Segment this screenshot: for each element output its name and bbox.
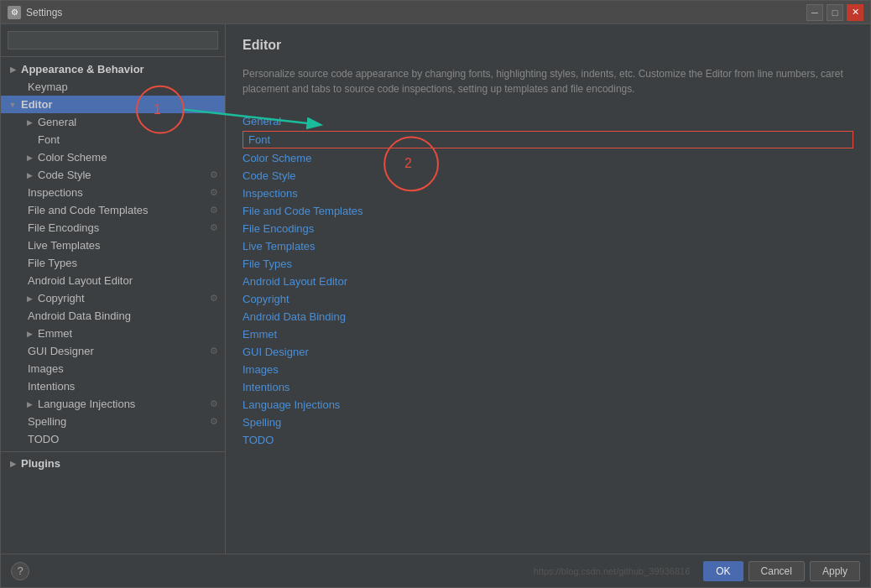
sidebar-item-label: Spelling [28, 415, 66, 428]
sidebar-item-language-injections[interactable]: Language Injections ⚙ [1, 395, 225, 413]
link-copyright[interactable]: Copyright [243, 291, 853, 307]
sidebar-item-keymap[interactable]: Keymap [1, 78, 225, 96]
arrow-icon [24, 153, 34, 163]
right-panel: Editor Personalize source code appearanc… [226, 24, 870, 554]
sidebar-item-intentions[interactable]: Intentions [1, 377, 225, 395]
bottom-bar: ? https://blog.csdn.net/github_39936816 … [1, 554, 870, 587]
sidebar-item-general[interactable]: General [1, 113, 225, 131]
left-panel: Appearance & Behavior Keymap Editor Gene… [1, 24, 226, 554]
sidebar-item-file-types[interactable]: File Types [1, 254, 225, 272]
link-android-layout-editor[interactable]: Android Layout Editor [243, 273, 853, 289]
bottom-right: https://blog.csdn.net/github_39936816 OK… [534, 561, 860, 581]
link-file-types[interactable]: File Types [243, 256, 853, 272]
link-spelling[interactable]: Spelling [243, 414, 853, 430]
settings-window: ⚙ Settings ─ □ ✕ Appearance & Behavior [0, 0, 871, 588]
gear-icon: ⚙ [210, 205, 218, 216]
title-bar: ⚙ Settings ─ □ ✕ [1, 1, 870, 24]
sidebar-item-label: Inspections [28, 186, 83, 199]
link-gui-designer[interactable]: GUI Designer [243, 344, 853, 360]
sidebar-item-label: File and Code Templates [28, 204, 149, 216]
search-input[interactable] [8, 31, 218, 49]
sidebar-item-label: File Types [28, 257, 77, 269]
arrow-icon [8, 100, 18, 110]
sidebar-item-label: Android Data Binding [28, 310, 131, 322]
link-color-scheme[interactable]: Color Scheme [243, 150, 853, 166]
link-general[interactable]: General [243, 113, 853, 129]
arrow-icon [24, 329, 34, 339]
maximize-button[interactable]: □ [827, 4, 843, 21]
search-box [1, 24, 225, 57]
sidebar-item-label: File Encodings [28, 221, 99, 234]
link-inspections[interactable]: Inspections [243, 185, 853, 201]
gear-icon: ⚙ [210, 346, 218, 356]
sidebar-item-gui-designer[interactable]: GUI Designer ⚙ [1, 342, 225, 360]
window-title: Settings [26, 7, 62, 18]
arrow-icon [24, 170, 34, 180]
sidebar-item-label: Images [28, 362, 64, 375]
sidebar-item-file-encodings[interactable]: File Encodings ⚙ [1, 219, 225, 237]
sidebar-item-label: Code Style [38, 169, 91, 181]
sidebar-item-images[interactable]: Images [1, 360, 225, 377]
sidebar-item-label: Language Injections [38, 398, 135, 410]
link-font[interactable]: Font [243, 131, 853, 148]
arrow-icon [24, 399, 34, 409]
gear-icon: ⚙ [210, 416, 218, 427]
window-controls: ─ □ ✕ [806, 4, 863, 21]
sidebar-item-file-code-templates[interactable]: File and Code Templates ⚙ [1, 201, 225, 219]
sidebar-item-label: Appearance & Behavior [21, 63, 144, 75]
ok-button[interactable]: OK [703, 561, 743, 581]
sidebar-item-appearance[interactable]: Appearance & Behavior [1, 60, 225, 78]
link-file-encodings[interactable]: File Encodings [243, 221, 853, 237]
sidebar-item-label: Font [38, 133, 60, 146]
title-bar-left: ⚙ Settings [8, 6, 62, 19]
settings-icon: ⚙ [8, 6, 21, 19]
link-android-data-binding[interactable]: Android Data Binding [243, 309, 853, 325]
sidebar-item-copyright[interactable]: Copyright ⚙ [1, 289, 225, 307]
apply-button[interactable]: Apply [810, 561, 860, 581]
sidebar-item-code-style[interactable]: Code Style ⚙ [1, 166, 225, 184]
link-intentions[interactable]: Intentions [243, 379, 853, 395]
link-code-style[interactable]: Code Style [243, 168, 853, 184]
settings-links: General Font Color Scheme Code Style Ins… [243, 113, 853, 448]
panel-description: Personalize source code appearance by ch… [243, 66, 853, 96]
arrow-icon [8, 459, 18, 469]
link-live-templates[interactable]: Live Templates [243, 238, 853, 254]
sidebar-item-label: Android Layout Editor [28, 274, 133, 287]
sidebar-item-label: General [38, 116, 76, 128]
sidebar-item-label: TODO [28, 433, 59, 445]
sidebar-item-plugins[interactable]: Plugins [1, 451, 225, 472]
sidebar-item-editor[interactable]: Editor [1, 96, 225, 113]
link-todo[interactable]: TODO [243, 432, 853, 448]
sidebar-item-label: Emmet [38, 327, 72, 340]
sidebar-item-emmet[interactable]: Emmet [1, 325, 225, 342]
gear-icon: ⚙ [210, 187, 218, 198]
gear-icon: ⚙ [210, 293, 218, 304]
arrow-icon [24, 294, 34, 304]
panel-title: Editor [243, 38, 853, 53]
link-images[interactable]: Images [243, 362, 853, 377]
gear-icon: ⚙ [210, 222, 218, 233]
cancel-button[interactable]: Cancel [748, 561, 805, 581]
sidebar-item-android-data-binding[interactable]: Android Data Binding [1, 307, 225, 325]
link-emmet[interactable]: Emmet [243, 326, 853, 342]
sidebar-item-todo[interactable]: TODO [1, 430, 225, 448]
sidebar-item-inspections[interactable]: Inspections ⚙ [1, 184, 225, 201]
sidebar-item-label: Plugins [21, 457, 60, 470]
sidebar-item-color-scheme[interactable]: Color Scheme [1, 148, 225, 166]
sidebar-item-label: Keymap [28, 81, 68, 93]
sidebar-item-font[interactable]: Font [1, 131, 225, 148]
link-language-injections[interactable]: Language Injections [243, 397, 853, 413]
sidebar-item-android-layout-editor[interactable]: Android Layout Editor [1, 272, 225, 289]
sidebar-item-spelling[interactable]: Spelling ⚙ [1, 413, 225, 430]
minimize-button[interactable]: ─ [806, 4, 823, 21]
sidebar-item-label: Copyright [38, 292, 85, 304]
bottom-left: ? [11, 562, 29, 580]
close-button[interactable]: ✕ [847, 4, 863, 21]
help-button[interactable]: ? [11, 562, 29, 580]
link-file-code-templates[interactable]: File and Code Templates [243, 203, 853, 219]
sidebar-item-live-templates[interactable]: Live Templates [1, 237, 225, 254]
arrow-icon [24, 117, 34, 127]
sidebar-item-label: Intentions [28, 380, 75, 393]
watermark: https://blog.csdn.net/github_39936816 [534, 566, 691, 576]
sidebar-item-label: Color Scheme [38, 151, 107, 164]
